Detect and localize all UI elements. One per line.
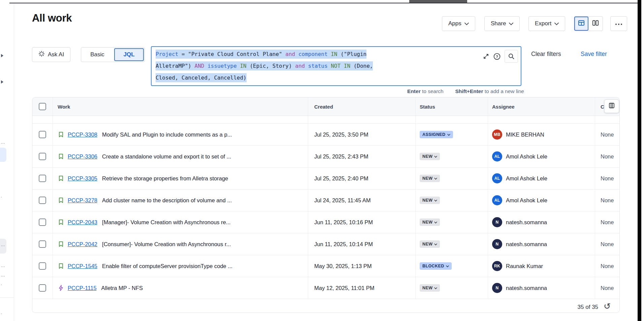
assignee-cell[interactable]: N natesh.somanna	[488, 277, 595, 299]
status-label: NEW	[422, 154, 432, 159]
table-row[interactable]: PCCP-1545 Enable filter of computeServer…	[32, 255, 619, 277]
split-view-icon	[592, 19, 599, 28]
column-header-assignee[interactable]: Assignee	[488, 97, 595, 116]
jira-all-work-screen: … · … … … · · All work Apps Share Export	[0, 0, 644, 321]
sidebar-item-fragment[interactable]: …	[1, 140, 6, 145]
chevron-down-icon	[434, 220, 437, 225]
row-checkbox[interactable]	[39, 131, 46, 138]
status-label: NEW	[422, 242, 432, 246]
share-button[interactable]: Share	[484, 16, 520, 31]
save-filter-button[interactable]: Save filter	[581, 51, 607, 58]
expand-icon[interactable]	[483, 53, 489, 60]
sidebar-item-fragment[interactable]: ·	[1, 194, 3, 199]
sidebar-item-fragment[interactable]: …	[1, 272, 6, 278]
status-badge[interactable]: NEW	[420, 240, 440, 248]
assignee-cell[interactable]: AL Amol Ashok Lele	[488, 146, 595, 167]
table-row[interactable]: PCCP-3278 Add cluster name to the descri…	[32, 189, 619, 211]
table-row[interactable]: PCCP-3306 Create a standalone volume and…	[32, 146, 619, 168]
avatar: N	[492, 239, 502, 249]
row-checkbox[interactable]	[39, 197, 46, 204]
table-row[interactable]: PCCP-3308 Modify SAL and Plugin to inclu…	[32, 124, 619, 146]
help-icon[interactable]: ?	[493, 53, 501, 60]
issue-key-link[interactable]: PCCP-2043	[68, 219, 97, 226]
row-checkbox[interactable]	[39, 153, 46, 160]
hint-enter-key: Enter	[407, 88, 421, 94]
status-badge[interactable]: BLOCKED	[420, 262, 452, 270]
assignee-cell[interactable]: AL Amol Ashok Lele	[488, 168, 595, 189]
status-label: NEW	[422, 220, 432, 225]
export-button[interactable]: Export	[528, 16, 565, 31]
select-all-checkbox[interactable]	[39, 103, 46, 110]
issue-key-link[interactable]: PCCP-3305	[68, 175, 97, 182]
row-checkbox[interactable]	[39, 218, 46, 226]
search-icon[interactable]	[505, 50, 518, 63]
row-checkbox[interactable]	[39, 175, 46, 182]
jql-query-text[interactable]: Project = "Private Cloud Control Plane" …	[156, 48, 480, 84]
story-icon	[58, 197, 64, 204]
status-badge[interactable]: NEW	[420, 218, 440, 226]
chevron-right-icon[interactable]	[1, 80, 3, 84]
created-date: Jul 25, 2025, 2:43 PM	[308, 146, 415, 167]
issue-key-link[interactable]: PCCP-3306	[68, 153, 97, 160]
sidebar-divider	[0, 297, 14, 298]
jql-editor-toolbar: ?	[483, 50, 518, 63]
extra-column-value: None	[595, 211, 620, 233]
row-checkbox[interactable]	[39, 284, 46, 292]
status-badge[interactable]: NEW	[420, 175, 440, 182]
column-settings-button[interactable]	[604, 99, 619, 113]
issue-key-link[interactable]: PCCP-1115	[68, 285, 97, 291]
assignee-name: natesh.somanna	[506, 241, 547, 247]
assignee-name: Raunak Kumar	[506, 263, 543, 269]
status-label: NEW	[422, 176, 432, 181]
assignee-cell[interactable]: RK Raunak Kumar	[488, 255, 595, 277]
issue-key-link[interactable]: PCCP-3278	[68, 197, 97, 204]
row-checkbox[interactable]	[39, 262, 46, 270]
status-badge[interactable]: ASSIGNED	[420, 131, 453, 138]
jql-editor[interactable]: Project = "Private Cloud Control Plane" …	[151, 46, 521, 86]
assignee-cell[interactable]: MB MIKE BERHAN	[488, 124, 595, 145]
row-checkbox[interactable]	[39, 240, 46, 248]
ai-sparkle-icon	[38, 51, 45, 59]
detail-view-toggle[interactable]	[588, 17, 603, 31]
jql-mode-tab[interactable]: JQL	[114, 48, 144, 61]
story-icon	[58, 241, 64, 247]
issue-key-link[interactable]: PCCP-2042	[68, 241, 97, 247]
column-header-created[interactable]: Created	[308, 97, 415, 116]
sidebar-selected-item-fragment[interactable]	[0, 148, 6, 162]
list-view-toggle[interactable]	[574, 17, 588, 31]
issue-summary: [Manager]- Volume Creation with Asynchro…	[102, 219, 231, 226]
more-actions-button[interactable]	[610, 16, 627, 31]
ask-ai-button[interactable]: Ask AI	[32, 47, 70, 62]
sidebar-item-fragment[interactable]: …	[1, 242, 6, 247]
assignee-cell[interactable]: N natesh.somanna	[488, 233, 595, 255]
assignee-name: Amol Ashok Lele	[506, 197, 547, 204]
column-header-work[interactable]: Work	[53, 97, 308, 116]
column-header-status[interactable]: Status	[415, 97, 488, 116]
apps-button[interactable]: Apps	[442, 16, 475, 31]
assignee-cell[interactable]: N natesh.somanna	[488, 211, 595, 233]
story-icon	[58, 175, 64, 182]
issue-key-link[interactable]: PCCP-1545	[68, 263, 97, 269]
apps-button-label: Apps	[448, 20, 461, 27]
story-icon	[58, 263, 64, 269]
chevron-right-icon[interactable]	[1, 54, 3, 57]
issue-key-link[interactable]: PCCP-3308	[68, 132, 97, 138]
chevron-down-icon	[434, 154, 437, 159]
issue-summary: Create a standalone volume and export it…	[102, 153, 231, 160]
sidebar-item-fragment[interactable]: ·	[1, 282, 3, 287]
sidebar-item-fragment[interactable]: ·	[1, 311, 3, 316]
refresh-icon[interactable]: ↺	[604, 302, 611, 311]
window-top-border	[9, 3, 641, 3]
clear-filters-button[interactable]: Clear filters	[531, 51, 561, 58]
table-row[interactable]: PCCP-2043 [Manager]- Volume Creation wit…	[32, 211, 619, 233]
table-header-row: Work Created Status Assignee C	[32, 97, 619, 116]
assignee-cell[interactable]: AL Amol Ashok Lele	[488, 189, 595, 211]
basic-mode-tab[interactable]: Basic	[81, 48, 114, 62]
table-row[interactable]: PCCP-3305 Retrieve the storage propertie…	[32, 168, 619, 189]
status-badge[interactable]: NEW	[420, 284, 440, 292]
status-badge[interactable]: NEW	[420, 197, 440, 204]
sidebar-item-fragment[interactable]: …	[1, 263, 6, 268]
table-row[interactable]: PCCP-2042 [Consumer]- Volume Creation wi…	[32, 233, 619, 255]
status-badge[interactable]: NEW	[420, 153, 440, 160]
table-row[interactable]: PCCP-1115 Alletra MP - NFS May 12, 2025,…	[32, 277, 619, 299]
